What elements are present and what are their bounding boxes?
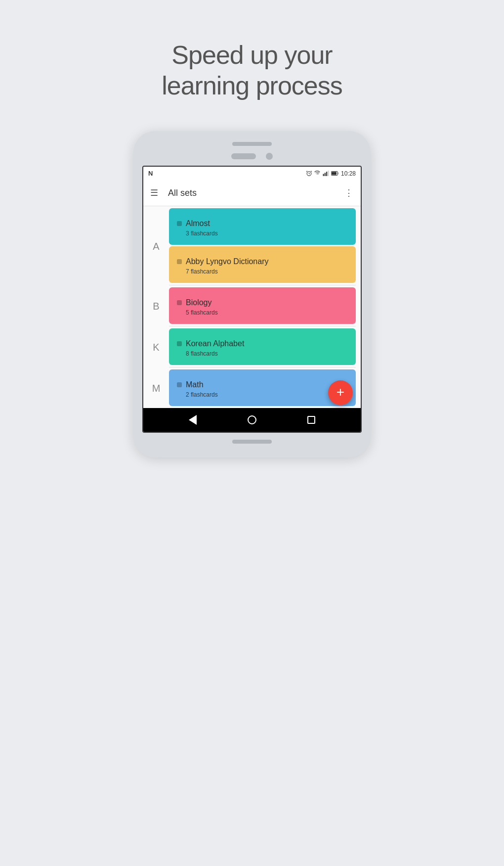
flashcard-name: Korean Alphabet <box>186 339 244 348</box>
flashcard-count: 3 flashcards <box>186 230 348 237</box>
phone-frame: N <box>133 131 371 457</box>
card-dot-icon <box>177 341 182 346</box>
flashcard-biology[interactable]: Biology 5 flashcards <box>169 287 356 324</box>
flashcard-count: 8 flashcards <box>186 350 348 357</box>
flashcard-abby[interactable]: Abby Lyngvo Dictionary 7 flashcards <box>169 246 356 283</box>
card-dot-icon <box>177 300 182 305</box>
cards-column-k: Korean Alphabet 8 flashcards <box>169 326 361 367</box>
card-dot-icon <box>177 382 182 387</box>
section-b: B Biology 5 flashcards <box>143 285 361 326</box>
fab-add-button[interactable]: + <box>328 380 353 405</box>
status-left: N <box>148 170 153 177</box>
flashcard-name: Math <box>186 380 204 389</box>
cards-column-b: Biology 5 flashcards <box>169 285 361 326</box>
alarm-icon <box>306 170 312 177</box>
svg-rect-3 <box>326 172 327 177</box>
section-k: K Korean Alphabet 8 flashcards <box>143 326 361 367</box>
recents-icon <box>307 416 315 424</box>
status-right: 10:28 <box>306 170 356 177</box>
screen-wrapper: N <box>142 166 362 433</box>
phone-camera-row <box>142 153 362 160</box>
phone-btn-pill <box>231 153 256 159</box>
status-bar: N <box>143 167 361 181</box>
signal-icon <box>323 170 329 177</box>
flashcard-list: A Almost 3 flashcards Abb <box>143 206 361 408</box>
flashcard-count: 2 flashcards <box>186 391 348 398</box>
section-letter-m: M <box>143 367 169 408</box>
app-bar-title: All sets <box>168 188 344 198</box>
hero-line2: learning process <box>162 71 342 100</box>
svg-rect-4 <box>328 171 329 176</box>
svg-rect-2 <box>325 173 326 177</box>
phone-speaker-bottom <box>232 440 272 444</box>
hero-line1: Speed up your <box>171 41 332 69</box>
flashcard-name: Biology <box>186 298 211 307</box>
flashcard-count: 7 flashcards <box>186 268 348 275</box>
section-letter-b: B <box>143 285 169 326</box>
wifi-icon <box>314 170 321 177</box>
card-dot-icon <box>177 259 182 264</box>
flashcard-almost[interactable]: Almost 3 flashcards <box>169 208 356 245</box>
phone-speaker-top <box>232 142 272 146</box>
flashcard-korean[interactable]: Korean Alphabet 8 flashcards <box>169 328 356 365</box>
home-icon <box>248 415 256 424</box>
cards-column-a: Almost 3 flashcards Abby Lyngvo Dictiona… <box>169 206 361 285</box>
flashcard-name: Almost <box>186 219 210 228</box>
section-a: A Almost 3 flashcards Abb <box>143 206 361 285</box>
hero-text: Speed up your learning process <box>162 40 342 101</box>
status-time: 10:28 <box>341 170 356 177</box>
section-m: M Math 2 flashcards <box>143 367 361 408</box>
svg-rect-6 <box>332 172 336 175</box>
svg-rect-1 <box>323 174 324 176</box>
flashcard-title-row: Abby Lyngvo Dictionary <box>177 257 348 266</box>
flashcard-title-row: Almost <box>177 219 348 228</box>
back-icon <box>189 415 197 425</box>
app-bar: ☰ All sets ⋮ <box>143 181 361 206</box>
flashcard-math[interactable]: Math 2 flashcards <box>169 369 356 406</box>
home-button[interactable] <box>247 414 257 425</box>
card-dot-icon <box>177 221 182 226</box>
flashcard-count: 5 flashcards <box>186 309 348 316</box>
back-button[interactable] <box>187 414 198 425</box>
flashcard-title-row: Math <box>177 380 348 389</box>
fab-plus-icon: + <box>336 385 344 399</box>
flashcard-name: Abby Lyngvo Dictionary <box>186 257 269 266</box>
flashcard-title-row: Korean Alphabet <box>177 339 348 348</box>
hamburger-icon[interactable]: ☰ <box>150 187 158 198</box>
battery-icon <box>331 171 339 176</box>
recents-button[interactable] <box>306 414 317 425</box>
bottom-nav <box>143 408 361 432</box>
more-options-icon[interactable]: ⋮ <box>344 187 354 198</box>
section-letter-k: K <box>143 326 169 367</box>
flashcard-title-row: Biology <box>177 298 348 307</box>
phone-camera-dot <box>266 153 273 160</box>
notification-icon: N <box>148 170 153 177</box>
section-letter-a: A <box>143 206 169 285</box>
